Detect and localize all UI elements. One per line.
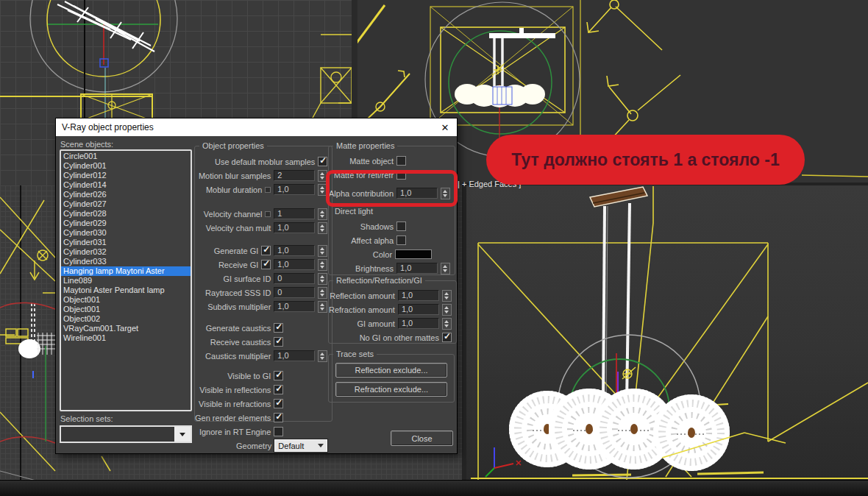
spinner[interactable] [318,287,327,299]
subdivs-multiplier-input[interactable]: 1,0 [274,301,315,312]
list-item[interactable]: Cylinder026 [61,190,191,199]
generate-gi-input[interactable]: 1,0 [274,245,315,256]
spinner[interactable] [442,304,452,316]
animate-toggle[interactable] [265,187,271,193]
close-button[interactable]: Close [391,431,453,446]
field-label: Motion blur samples [199,171,271,180]
moblur-duration-input[interactable]: 1,0 [274,184,315,195]
list-item[interactable]: Object002 [61,314,191,324]
list-item[interactable]: Object001 [61,295,191,305]
list-item[interactable]: Cylinder027 [61,199,191,209]
list-item[interactable]: Cylinder001 [61,161,191,171]
list-item[interactable]: Wireline001 [61,333,191,343]
list-item[interactable]: Cylinder031 [61,238,191,247]
selection-sets-value [61,427,174,442]
chevron-down-icon[interactable] [174,427,191,442]
list-item[interactable]: Cylinder033 [61,257,191,266]
lamp-shades-front [455,84,545,107]
use-default-moblur-checkbox[interactable] [318,157,327,166]
list-item[interactable]: Cylinder029 [61,219,191,228]
receive-gi-input[interactable]: 1,0 [274,259,315,270]
gi-surface-id-input[interactable]: 0 [274,273,315,284]
refraction-amount-input[interactable]: 1,0 [398,304,439,315]
list-item[interactable]: Cylinder014 [61,180,191,190]
spinner[interactable] [318,259,327,271]
affect-alpha-checkbox[interactable] [396,235,406,245]
list-item[interactable]: VRayCam001.Target [61,324,191,333]
list-item[interactable]: Cylinder012 [61,171,191,180]
scene-objects-list[interactable]: Circle001Cylinder001Cylinder012Cylinder0… [60,149,192,411]
arrow-splines [355,5,410,131]
raytraced-sss-id-input[interactable]: 0 [274,287,315,298]
visible-in-reflections-checkbox[interactable] [274,385,283,394]
gen-render-elements-checkbox[interactable] [274,413,283,422]
spinner[interactable] [441,263,450,274]
field-label: GI amount [357,319,395,328]
lamp-canopy [590,187,647,207]
list-item[interactable]: Hanging lamp Maytoni Aster [61,266,191,276]
list-item[interactable]: Cylinder028 [61,209,191,219]
lamp-canopy-front [489,33,555,38]
brightness-input[interactable]: 1,0 [396,263,438,274]
receive-gi-checkbox[interactable] [261,260,271,269]
list-item[interactable]: Circle001 [61,152,191,161]
viewport-perspective[interactable] [462,185,868,480]
field-label: Visible in reflections [199,386,271,394]
selection-sets-dropdown[interactable] [60,425,192,443]
spinner[interactable] [318,301,327,313]
matte-properties-group: Matte properties Matte object Matte for … [328,141,455,275]
velocity-channel-input[interactable]: 1 [274,208,315,219]
list-item[interactable]: Cylinder030 [61,228,191,238]
field-label: Raytraced SSS ID [205,288,271,297]
row-generate-caustics: Generate caustics [195,321,332,335]
field-label: Color [373,250,392,259]
reflection-amount-input[interactable]: 1,0 [398,290,439,301]
spinner[interactable] [318,350,327,362]
row-geometry: Geometry Default [195,439,332,453]
refraction-exclude-button[interactable]: Refraction exclude... [335,382,447,397]
row-matte-object: Matte object [329,154,455,168]
spinner[interactable] [442,290,452,302]
shadows-checkbox[interactable] [396,222,406,231]
viewport-divider[interactable] [462,185,466,480]
row-raytraced-sss-id: Raytraced SSS ID 0 [195,286,332,300]
ignore-rt-engine-checkbox[interactable] [274,427,283,436]
list-item[interactable]: Cylinder032 [61,247,191,257]
spinner[interactable] [318,208,327,220]
field-label: Generate GI [214,247,259,255]
row-refraction-amount: Refraction amount 1,0 [329,302,456,316]
row-gi-surface-id: GI surface ID 0 [195,272,332,286]
visible-to-gi-checkbox[interactable] [274,371,283,380]
no-gi-other-mattes-checkbox[interactable] [442,333,452,342]
generate-caustics-checkbox[interactable] [274,323,283,333]
visible-in-refractions-checkbox[interactable] [274,399,283,408]
row-reflection-amount: Reflection amount 1,0 [329,288,456,302]
list-item[interactable]: Object001 [61,305,191,314]
row-receive-gi: Receive GI 1,0 [195,258,332,272]
list-item[interactable]: Line089 [61,276,191,286]
color-swatch[interactable] [395,249,432,259]
group-legend: Matte properties [333,141,397,150]
spinner[interactable] [318,222,327,234]
caustics-multiplier-input[interactable]: 1,0 [274,350,315,361]
velocity-chan-mult-input[interactable]: 1,0 [274,222,315,233]
animate-toggle[interactable] [265,211,271,217]
list-item[interactable]: Maytoni Aster Pendant lamp [61,286,191,295]
group-legend: Reflection/Refraction/GI [333,276,425,285]
close-icon[interactable]: ✕ [433,118,457,136]
spinner[interactable] [318,245,327,257]
motion-blur-samples-input[interactable]: 2 [274,170,315,181]
field-label: Velocity channel [204,210,263,219]
generate-gi-checkbox[interactable] [261,246,271,255]
row-gen-render-elements: Gen render elements [195,411,332,425]
geometry-value: Default [275,442,315,450]
geometry-dropdown[interactable]: Default [274,439,327,452]
gi-amount-input[interactable]: 1,0 [398,318,439,329]
spinner[interactable] [318,273,327,285]
reflection-exclude-button[interactable]: Reflection exclude... [335,363,447,378]
spinner[interactable] [442,318,452,330]
receive-caustics-checkbox[interactable] [274,337,283,347]
dialog-titlebar[interactable]: V-Ray object properties ✕ [56,118,457,136]
matte-object-checkbox[interactable] [396,156,406,166]
field-label: Receive caustics [210,338,271,347]
